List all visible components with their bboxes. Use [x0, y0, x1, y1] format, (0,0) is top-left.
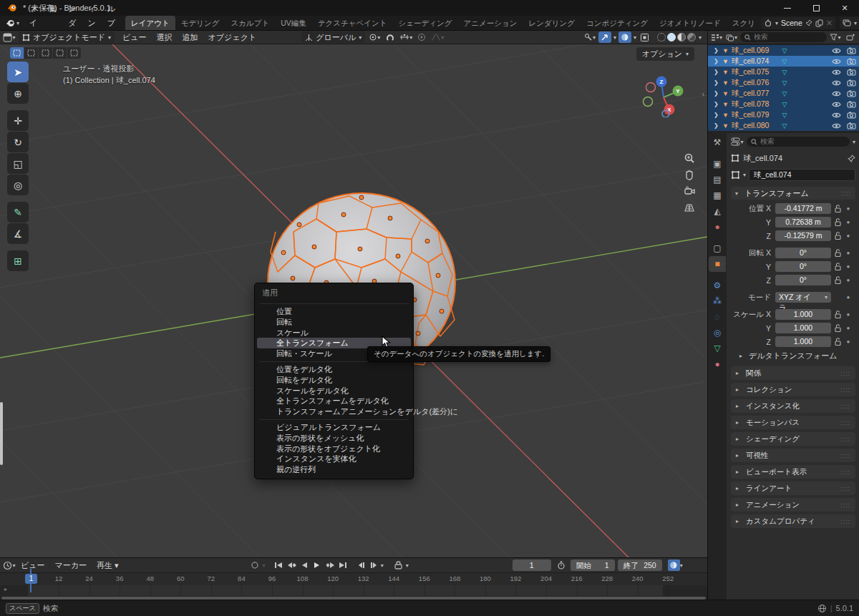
menu-item[interactable]: トランスフォームアニメーションをデルタ(差分)に	[255, 406, 413, 417]
animate-dot-icon[interactable]: ●	[844, 219, 853, 225]
transform-icon[interactable]: ◎	[7, 175, 29, 195]
disable-render-icon[interactable]	[847, 58, 856, 65]
outliner-row[interactable]: ❯▼球_cell.077▽	[708, 88, 859, 99]
jump-to-end-button[interactable]	[337, 559, 349, 571]
panel-section-可視性[interactable]: ▸可視性::::	[731, 449, 855, 462]
properties-tab-constraints-icon[interactable]: ◎	[709, 325, 726, 341]
animate-dot-icon[interactable]: ●	[844, 250, 853, 256]
minimize-button[interactable]	[773, 0, 802, 16]
camera-view-icon[interactable]	[681, 183, 697, 199]
hide-viewport-icon[interactable]	[832, 122, 841, 129]
lock-icon[interactable]	[831, 311, 844, 318]
expand-icon[interactable]: ❯	[714, 58, 719, 64]
navigation-gizmo[interactable]: Z Y X	[641, 73, 686, 117]
measure-icon[interactable]: ∡	[7, 223, 29, 244]
menu-item[interactable]: 表示の形状をオブジェクト化	[255, 444, 413, 454]
properties-tab-object-icon[interactable]: ■	[709, 256, 726, 272]
animate-dot-icon[interactable]: ●	[844, 233, 853, 239]
timeline-menu-再生[interactable]: 再生 ▾	[92, 560, 124, 571]
blender-menu-button[interactable]: ▾	[0, 19, 24, 28]
menu-item[interactable]: 位置	[255, 306, 413, 317]
viewport-menu-オブジェクト[interactable]: オブジェクト	[203, 32, 262, 43]
value-field[interactable]: 0°	[775, 275, 831, 285]
lock-icon[interactable]	[831, 276, 844, 284]
panel-section-アニメーション[interactable]: ▸アニメーション::::	[731, 498, 855, 512]
properties-editor-type-button[interactable]: ▾	[731, 136, 744, 147]
menu-item[interactable]: 表示の形状をメッシュ化	[255, 433, 413, 444]
show-gizmos-toggle[interactable]	[598, 31, 611, 43]
outliner-row[interactable]: ❯▼球_cell.078▽	[708, 99, 859, 109]
select-mode-paint-icon[interactable]	[67, 47, 81, 59]
value-field[interactable]: 0°	[775, 261, 831, 272]
next-keyframe-button[interactable]	[324, 559, 336, 571]
shading-solid-button[interactable]	[667, 33, 676, 41]
object-name-field[interactable]: 球_cell.074	[749, 169, 855, 181]
menu-item[interactable]: インスタンスを実体化	[255, 454, 413, 464]
workspace-tab[interactable]: スカルプト	[225, 16, 276, 30]
workspace-tab[interactable]: ジオメトリノード	[654, 16, 727, 30]
hide-viewport-icon[interactable]	[832, 112, 841, 119]
expand-icon[interactable]: ❯	[714, 122, 719, 129]
select-mode-box-icon[interactable]	[24, 47, 38, 59]
disable-render-icon[interactable]	[847, 47, 856, 54]
workspace-tab[interactable]: モデリング	[175, 16, 225, 30]
proportional-falloff-button[interactable]: ▾	[431, 31, 444, 43]
use-preview-range-toggle[interactable]	[555, 559, 568, 571]
menu-item[interactable]: 親の逆行列	[255, 464, 413, 475]
outliner-filter-button[interactable]: ▾	[829, 31, 842, 43]
rotation-mode-dropdown[interactable]: XYZ オイラ...▾	[775, 292, 831, 303]
hide-viewport-icon[interactable]	[832, 79, 841, 87]
value-field[interactable]: -0.12579 m	[775, 230, 831, 241]
animate-dot-icon[interactable]: ●	[844, 205, 853, 212]
outliner-search-input[interactable]: 検索	[740, 32, 827, 42]
lock-icon[interactable]	[831, 218, 844, 226]
properties-tab-output-icon[interactable]: ▤	[709, 172, 726, 187]
menu-item[interactable]: 回転	[255, 317, 413, 328]
shading-wireframe-button[interactable]	[657, 33, 666, 41]
auto-keying-toggle[interactable]	[249, 559, 261, 571]
viewport-menu-追加[interactable]: 追加	[178, 32, 203, 43]
value-field[interactable]: 0°	[775, 248, 831, 258]
outliner-row[interactable]: ❯▼球_cell.080▽	[708, 120, 859, 131]
expand-icon[interactable]: ❯	[714, 112, 719, 118]
toolbar-scrollbar[interactable]	[0, 402, 3, 465]
frame-forward-button[interactable]	[368, 559, 380, 571]
panel-section-カスタムプロパティ[interactable]: ▸カスタムプロパティ::::	[731, 514, 855, 528]
frame-back-button[interactable]	[355, 559, 367, 571]
play-button[interactable]	[311, 559, 324, 571]
frame-start-field[interactable]: 開始1	[571, 559, 615, 571]
menu-item[interactable]: 回転をデルタ化	[255, 375, 413, 386]
menu-item[interactable]: 全トランスフォームをデルタ化	[255, 396, 413, 406]
timeline-menu-ビュー[interactable]: ビュー	[16, 560, 50, 571]
properties-tab-modifiers-icon[interactable]: ⚙	[709, 278, 726, 293]
properties-tab-material-icon[interactable]: ●	[709, 356, 726, 372]
properties-tab-physics-icon[interactable]: ◌	[709, 309, 726, 325]
mode-selector[interactable]: オブジェクトモード ▾	[19, 31, 115, 43]
animate-dot-icon[interactable]: ●	[844, 277, 853, 283]
new-collection-button[interactable]	[844, 31, 857, 43]
lock-icon[interactable]	[831, 338, 844, 346]
annotate-icon[interactable]: ✎	[7, 202, 29, 223]
outliner-row[interactable]: ❯▼球_cell.075▽	[708, 67, 859, 77]
workspace-tab[interactable]: UV編集	[275, 16, 312, 30]
zoom-icon[interactable]	[681, 150, 697, 166]
pin-icon[interactable]	[805, 19, 812, 26]
animate-dot-icon[interactable]: ●	[844, 325, 853, 331]
delta-transform-section[interactable]: ▸デルタトランスフォーム	[731, 350, 855, 362]
lock-icon[interactable]	[831, 324, 844, 332]
properties-tab-object-data-icon[interactable]: ▽	[709, 341, 726, 356]
panel-section-シェーディング[interactable]: ▸シェーディング::::	[731, 432, 855, 446]
properties-tab-view-layer-icon[interactable]: ▦	[709, 187, 726, 203]
properties-tab-render-icon[interactable]: ▣	[709, 156, 726, 172]
panel-section-コレクション[interactable]: ▸コレクション::::	[731, 383, 855, 396]
hide-viewport-icon[interactable]	[832, 47, 841, 54]
disable-render-icon[interactable]	[847, 122, 856, 129]
outliner-row[interactable]: ❯▼球_cell.079▽	[708, 109, 859, 120]
scene-selector[interactable]: ▾ Scene ✕	[761, 17, 835, 29]
outliner-row[interactable]: ❯▼球_cell.074▽	[708, 56, 859, 67]
panel-section-インスタンス化[interactable]: ▸インスタンス化::::	[731, 399, 855, 413]
editor-type-button[interactable]: ▾	[3, 31, 16, 43]
animate-dot-icon[interactable]: ●	[844, 311, 853, 318]
snap-with-button[interactable]: ▾	[399, 31, 412, 43]
workspace-tab[interactable]: シェーディング	[393, 16, 458, 30]
